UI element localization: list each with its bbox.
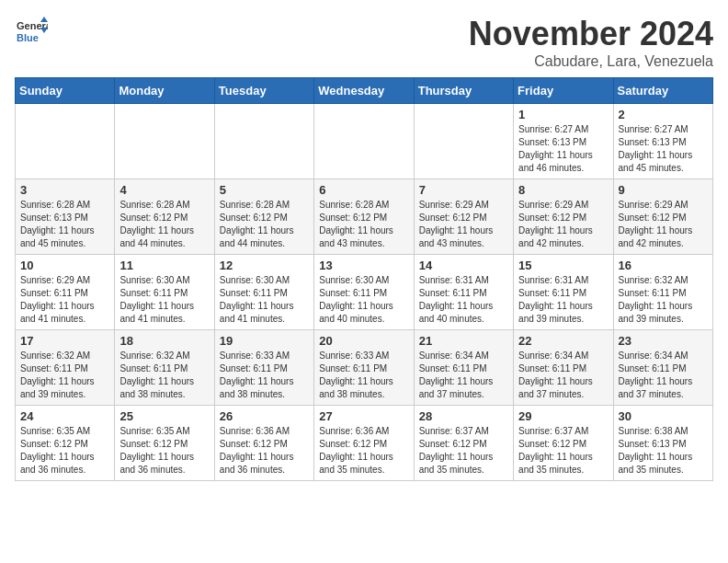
day-number: 29 bbox=[518, 409, 608, 423]
day-info: Sunrise: 6:34 AM Sunset: 6:11 PM Dayligh… bbox=[619, 350, 708, 401]
calendar-cell: 11Sunrise: 6:30 AM Sunset: 6:11 PM Dayli… bbox=[115, 255, 214, 330]
weekday-header: Saturday bbox=[613, 78, 712, 104]
day-number: 7 bbox=[419, 183, 508, 197]
day-info: Sunrise: 6:35 AM Sunset: 6:12 PM Dayligh… bbox=[20, 425, 109, 477]
day-info: Sunrise: 6:32 AM Sunset: 6:11 PM Dayligh… bbox=[619, 274, 708, 326]
day-info: Sunrise: 6:29 AM Sunset: 6:12 PM Dayligh… bbox=[419, 199, 508, 250]
day-info: Sunrise: 6:28 AM Sunset: 6:12 PM Dayligh… bbox=[319, 199, 408, 250]
day-info: Sunrise: 6:30 AM Sunset: 6:11 PM Dayligh… bbox=[220, 274, 309, 326]
page-header: General Blue November 2024 Cabudare, Lar… bbox=[15, 15, 713, 70]
day-number: 19 bbox=[220, 334, 309, 348]
day-number: 9 bbox=[619, 183, 708, 197]
calendar-cell: 3Sunrise: 6:28 AM Sunset: 6:13 PM Daylig… bbox=[16, 179, 115, 255]
day-info: Sunrise: 6:28 AM Sunset: 6:12 PM Dayligh… bbox=[119, 199, 209, 250]
day-info: Sunrise: 6:31 AM Sunset: 6:11 PM Dayligh… bbox=[518, 274, 608, 326]
day-info: Sunrise: 6:29 AM Sunset: 6:11 PM Dayligh… bbox=[20, 274, 109, 326]
calendar-cell: 12Sunrise: 6:30 AM Sunset: 6:11 PM Dayli… bbox=[214, 255, 313, 330]
day-info: Sunrise: 6:31 AM Sunset: 6:11 PM Dayligh… bbox=[419, 274, 508, 326]
month-title: November 2024 bbox=[469, 15, 713, 53]
day-number: 6 bbox=[319, 183, 408, 197]
weekday-header: Sunday bbox=[16, 78, 115, 104]
day-number: 30 bbox=[619, 409, 708, 423]
calendar-cell: 8Sunrise: 6:29 AM Sunset: 6:12 PM Daylig… bbox=[514, 179, 613, 255]
calendar-table: SundayMondayTuesdayWednesdayThursdayFrid… bbox=[15, 77, 713, 481]
calendar-cell: 9Sunrise: 6:29 AM Sunset: 6:12 PM Daylig… bbox=[613, 179, 712, 255]
day-info: Sunrise: 6:28 AM Sunset: 6:12 PM Dayligh… bbox=[220, 199, 309, 250]
day-number: 21 bbox=[419, 334, 508, 348]
day-info: Sunrise: 6:36 AM Sunset: 6:12 PM Dayligh… bbox=[220, 425, 309, 477]
calendar-cell: 18Sunrise: 6:32 AM Sunset: 6:11 PM Dayli… bbox=[115, 330, 214, 406]
day-number: 26 bbox=[220, 409, 309, 423]
svg-text:Blue: Blue bbox=[17, 32, 39, 43]
calendar-cell: 19Sunrise: 6:33 AM Sunset: 6:11 PM Dayli… bbox=[214, 330, 313, 406]
day-info: Sunrise: 6:37 AM Sunset: 6:12 PM Dayligh… bbox=[518, 425, 608, 477]
calendar-cell: 20Sunrise: 6:33 AM Sunset: 6:11 PM Dayli… bbox=[314, 330, 414, 406]
day-number: 11 bbox=[119, 259, 209, 272]
calendar-cell: 27Sunrise: 6:36 AM Sunset: 6:12 PM Dayli… bbox=[314, 406, 414, 481]
day-number: 22 bbox=[518, 334, 608, 348]
calendar-cell: 14Sunrise: 6:31 AM Sunset: 6:11 PM Dayli… bbox=[414, 255, 513, 330]
day-number: 20 bbox=[319, 334, 408, 348]
weekday-header: Tuesday bbox=[214, 78, 313, 104]
day-number: 25 bbox=[119, 409, 209, 423]
calendar-week-row: 10Sunrise: 6:29 AM Sunset: 6:11 PM Dayli… bbox=[16, 255, 713, 330]
svg-marker-2 bbox=[40, 17, 48, 22]
calendar-cell: 24Sunrise: 6:35 AM Sunset: 6:12 PM Dayli… bbox=[16, 406, 115, 481]
calendar-week-row: 3Sunrise: 6:28 AM Sunset: 6:13 PM Daylig… bbox=[16, 179, 713, 255]
calendar-cell: 22Sunrise: 6:34 AM Sunset: 6:11 PM Dayli… bbox=[514, 330, 613, 406]
day-info: Sunrise: 6:32 AM Sunset: 6:11 PM Dayligh… bbox=[119, 350, 209, 401]
calendar-cell: 15Sunrise: 6:31 AM Sunset: 6:11 PM Dayli… bbox=[514, 255, 613, 330]
calendar-cell: 23Sunrise: 6:34 AM Sunset: 6:11 PM Dayli… bbox=[613, 330, 712, 406]
calendar-cell: 25Sunrise: 6:35 AM Sunset: 6:12 PM Dayli… bbox=[115, 406, 214, 481]
day-number: 24 bbox=[20, 409, 109, 423]
day-info: Sunrise: 6:28 AM Sunset: 6:13 PM Dayligh… bbox=[20, 199, 109, 250]
calendar-cell: 5Sunrise: 6:28 AM Sunset: 6:12 PM Daylig… bbox=[214, 179, 313, 255]
day-number: 14 bbox=[419, 259, 508, 272]
day-info: Sunrise: 6:33 AM Sunset: 6:11 PM Dayligh… bbox=[319, 350, 408, 401]
day-number: 16 bbox=[619, 259, 708, 272]
calendar-cell: 1Sunrise: 6:27 AM Sunset: 6:13 PM Daylig… bbox=[514, 104, 613, 179]
calendar-cell: 2Sunrise: 6:27 AM Sunset: 6:13 PM Daylig… bbox=[613, 104, 712, 179]
day-number: 12 bbox=[220, 259, 309, 272]
day-info: Sunrise: 6:34 AM Sunset: 6:11 PM Dayligh… bbox=[518, 350, 608, 401]
logo: General Blue bbox=[15, 15, 51, 48]
calendar-cell: 28Sunrise: 6:37 AM Sunset: 6:12 PM Dayli… bbox=[414, 406, 513, 481]
calendar-cell: 26Sunrise: 6:36 AM Sunset: 6:12 PM Dayli… bbox=[214, 406, 313, 481]
day-info: Sunrise: 6:32 AM Sunset: 6:11 PM Dayligh… bbox=[20, 350, 109, 401]
day-number: 2 bbox=[619, 108, 708, 121]
calendar-cell: 7Sunrise: 6:29 AM Sunset: 6:12 PM Daylig… bbox=[414, 179, 513, 255]
day-number: 8 bbox=[518, 183, 608, 197]
calendar-cell: 4Sunrise: 6:28 AM Sunset: 6:12 PM Daylig… bbox=[115, 179, 214, 255]
weekday-header: Thursday bbox=[414, 78, 513, 104]
day-number: 3 bbox=[20, 183, 109, 197]
weekday-header-row: SundayMondayTuesdayWednesdayThursdayFrid… bbox=[16, 78, 713, 104]
weekday-header: Monday bbox=[115, 78, 214, 104]
day-info: Sunrise: 6:35 AM Sunset: 6:12 PM Dayligh… bbox=[119, 425, 209, 477]
day-info: Sunrise: 6:29 AM Sunset: 6:12 PM Dayligh… bbox=[619, 199, 708, 250]
logo-icon: General Blue bbox=[15, 15, 48, 48]
day-number: 4 bbox=[119, 183, 209, 197]
calendar-cell: 16Sunrise: 6:32 AM Sunset: 6:11 PM Dayli… bbox=[613, 255, 712, 330]
weekday-header: Friday bbox=[514, 78, 613, 104]
calendar-week-row: 24Sunrise: 6:35 AM Sunset: 6:12 PM Dayli… bbox=[16, 406, 713, 481]
title-block: November 2024 Cabudare, Lara, Venezuela bbox=[469, 15, 713, 70]
calendar-cell bbox=[16, 104, 115, 179]
day-number: 23 bbox=[619, 334, 708, 348]
day-number: 18 bbox=[119, 334, 209, 348]
day-info: Sunrise: 6:33 AM Sunset: 6:11 PM Dayligh… bbox=[220, 350, 309, 401]
calendar-cell bbox=[314, 104, 414, 179]
location: Cabudare, Lara, Venezuela bbox=[469, 53, 713, 70]
day-info: Sunrise: 6:27 AM Sunset: 6:13 PM Dayligh… bbox=[619, 123, 708, 175]
day-info: Sunrise: 6:34 AM Sunset: 6:11 PM Dayligh… bbox=[419, 350, 508, 401]
day-number: 1 bbox=[518, 108, 608, 121]
day-info: Sunrise: 6:37 AM Sunset: 6:12 PM Dayligh… bbox=[419, 425, 508, 477]
calendar-cell bbox=[115, 104, 214, 179]
calendar-cell: 29Sunrise: 6:37 AM Sunset: 6:12 PM Dayli… bbox=[514, 406, 613, 481]
day-number: 28 bbox=[419, 409, 508, 423]
day-info: Sunrise: 6:27 AM Sunset: 6:13 PM Dayligh… bbox=[518, 123, 608, 175]
calendar-week-row: 17Sunrise: 6:32 AM Sunset: 6:11 PM Dayli… bbox=[16, 330, 713, 406]
calendar-cell bbox=[214, 104, 313, 179]
calendar-cell: 30Sunrise: 6:38 AM Sunset: 6:13 PM Dayli… bbox=[613, 406, 712, 481]
weekday-header: Wednesday bbox=[314, 78, 414, 104]
day-number: 10 bbox=[20, 259, 109, 272]
